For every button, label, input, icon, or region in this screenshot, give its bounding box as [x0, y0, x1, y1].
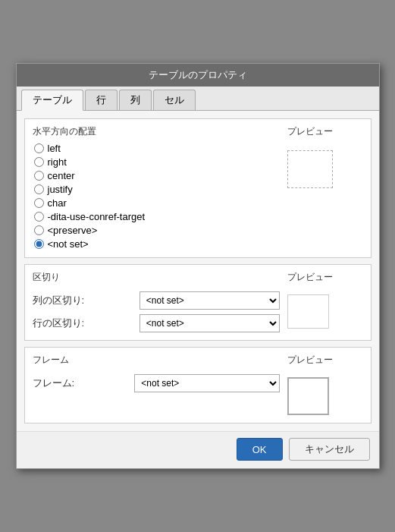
alignment-section: 水平方向の配置 left right center	[24, 118, 371, 258]
col-separator-select[interactable]: <not set> 1 2 3	[140, 291, 280, 310]
radio-right-input[interactable]	[34, 157, 44, 167]
separator-preview-label: プレビュー	[287, 271, 333, 284]
frame-title: フレーム	[33, 354, 280, 367]
frame-left: フレーム フレーム: <not set> all bottom none sid…	[33, 354, 280, 415]
tab-table[interactable]: テーブル	[21, 90, 83, 111]
alignment-radio-group: left right center justify	[33, 143, 280, 250]
separator-title: 区切り	[33, 271, 280, 284]
alignment-left: 水平方向の配置 left right center	[33, 125, 280, 250]
ok-button[interactable]: OK	[237, 438, 283, 461]
radio-preserve-label: <preserve>	[48, 225, 98, 236]
radio-left-label: left	[48, 143, 61, 154]
cancel-button[interactable]: キャンセル	[289, 438, 370, 461]
tab-bar: テーブル 行 列 セル	[17, 87, 379, 111]
radio-right-label: right	[48, 156, 67, 168]
col-separator-label: 列の区切り:	[33, 294, 133, 307]
tab-row[interactable]: 行	[85, 90, 118, 110]
dialog: テーブルのプロパティ テーブル 行 列 セル 水平方向の配置 left righ…	[16, 63, 380, 469]
radio-left[interactable]: left	[34, 143, 280, 154]
radio-notset-input[interactable]	[34, 239, 44, 249]
radio-dita-input[interactable]	[34, 212, 44, 222]
separator-section: 区切り 列の区切り: <not set> 1 2 3 行の区切り: <not s…	[24, 264, 371, 341]
alignment-title: 水平方向の配置	[33, 125, 280, 138]
dialog-body: 水平方向の配置 left right center	[17, 111, 379, 431]
frame-preview-box	[287, 377, 329, 415]
radio-center[interactable]: center	[34, 170, 280, 181]
frame-section: フレーム フレーム: <not set> all bottom none sid…	[24, 347, 371, 423]
frame-grid: フレーム: <not set> all bottom none sides to…	[33, 371, 280, 392]
alignment-preview: プレビュー	[287, 125, 363, 250]
dialog-title: テーブルのプロパティ	[17, 64, 379, 87]
radio-notset[interactable]: <not set>	[34, 238, 280, 250]
separator-left: 区切り 列の区切り: <not set> 1 2 3 行の区切り: <not s…	[33, 271, 280, 332]
radio-char-input[interactable]	[34, 198, 44, 208]
radio-left-input[interactable]	[34, 143, 44, 153]
radio-justify[interactable]: justify	[34, 184, 280, 195]
radio-justify-label: justify	[48, 184, 73, 195]
frame-field-label: フレーム:	[33, 376, 129, 390]
tab-col[interactable]: 列	[119, 90, 152, 110]
radio-center-input[interactable]	[34, 171, 44, 181]
radio-preserve[interactable]: <preserve>	[34, 225, 280, 236]
alignment-preview-label: プレビュー	[287, 125, 333, 138]
row-separator-label: 行の区切り:	[33, 316, 133, 330]
radio-justify-input[interactable]	[34, 184, 44, 194]
separator-preview: プレビュー	[287, 271, 363, 332]
separator-grid: 列の区切り: <not set> 1 2 3 行の区切り: <not set> …	[33, 288, 280, 332]
radio-preserve-input[interactable]	[34, 225, 44, 235]
radio-dita[interactable]: -dita-use-conref-target	[34, 211, 280, 222]
radio-center-label: center	[48, 170, 75, 181]
frame-select[interactable]: <not set> all bottom none sides top topb…	[134, 374, 279, 392]
alignment-preview-box	[287, 150, 333, 188]
radio-char-label: char	[48, 197, 67, 209]
radio-dita-label: -dita-use-conref-target	[48, 211, 146, 222]
row-separator-select[interactable]: <not set> 1 2 3	[140, 314, 280, 332]
radio-right[interactable]: right	[34, 156, 280, 168]
frame-preview: プレビュー	[287, 354, 363, 415]
dialog-footer: OK キャンセル	[17, 431, 379, 468]
separator-preview-box	[287, 294, 329, 329]
tab-cell[interactable]: セル	[153, 90, 196, 110]
radio-notset-label: <not set>	[48, 238, 89, 250]
radio-char[interactable]: char	[34, 197, 280, 209]
frame-preview-label: プレビュー	[287, 354, 333, 367]
